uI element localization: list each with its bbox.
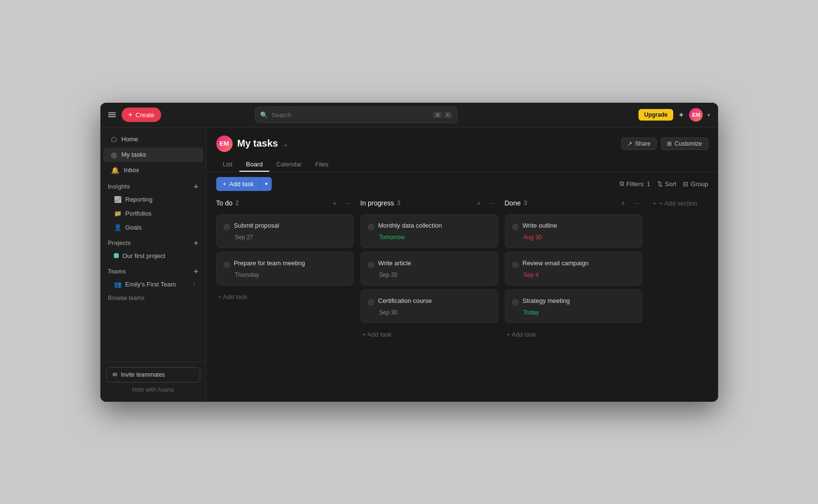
task-card-write-outline[interactable]: ◎ Write outline Aug 30 (505, 214, 642, 248)
group-label: Group (691, 180, 708, 188)
goals-label: Goals (125, 224, 142, 231)
reporting-icon: 📈 (114, 196, 122, 203)
topbar: + Create 🔍 ⌘ K Upgrade ✦ EM ▾ (100, 103, 718, 128)
sidebar-footer: ✉ Invite teammates Help with Asana (100, 362, 206, 398)
insights-section-header: Insights + (100, 178, 206, 192)
sort-action[interactable]: ⇅ Sort (657, 180, 677, 188)
page-title-chevron-icon[interactable]: ⌄ (283, 140, 289, 148)
projects-add-icon[interactable]: + (194, 239, 198, 247)
invite-label: Invite teammates (121, 371, 165, 378)
task-header-meeting: ◎ Prepare for team meeting (223, 259, 347, 269)
done-add-task-row[interactable]: + Add task (505, 327, 642, 342)
content-tabs: List Board Calendar Files (216, 158, 708, 172)
task-check-icon: ◎ (512, 297, 519, 306)
task-card-data-collection[interactable]: ◎ Monthly data collection Tomorrow (360, 214, 498, 248)
search-bar[interactable]: 🔍 ⌘ K (255, 107, 458, 123)
inprogress-count: 3 (397, 199, 401, 206)
customize-button[interactable]: ⊞ Customize (661, 137, 708, 150)
add-task-chevron-button[interactable]: ▾ (261, 177, 272, 191)
filters-action[interactable]: ⧉ Filters: 1 (620, 180, 651, 188)
task-header-article: ◎ Write article (368, 259, 491, 269)
todo-header-actions: + ··· (330, 198, 354, 208)
add-section-label: + Add section (659, 200, 697, 207)
inprogress-more-btn[interactable]: ··· (487, 198, 498, 208)
task-card-team-meeting[interactable]: ◎ Prepare for team meeting Thursday (216, 252, 354, 286)
add-task-group: + Add task ▾ (216, 177, 272, 191)
page-avatar: EM (216, 136, 233, 152)
sidebar-item-emilys-team[interactable]: 👥 Emily's First Team › (103, 278, 203, 291)
bell-icon: 🔔 (111, 166, 119, 174)
search-input[interactable] (272, 111, 429, 119)
sidebar-item-goals[interactable]: 👤 Goals (103, 221, 203, 234)
upgrade-button[interactable]: Upgrade (638, 109, 674, 121)
sidebar-item-reporting[interactable]: 📈 Reporting (103, 193, 203, 206)
search-icon: 🔍 (260, 111, 268, 119)
task-card-write-article[interactable]: ◎ Write article Sep 20 (360, 252, 498, 286)
chevron-down-icon[interactable]: ▾ (707, 112, 710, 118)
sidebar-item-our-first-project[interactable]: Our first project (103, 249, 203, 262)
task-date-strategy: Today (512, 309, 635, 316)
sort-icon: ⇅ (657, 180, 663, 188)
teams-section-header: Teams + (100, 263, 206, 277)
done-header-actions: + ··· (618, 198, 642, 208)
inprogress-add-btn[interactable]: + (474, 198, 485, 208)
todo-add-btn[interactable]: + (330, 198, 340, 208)
add-task-button[interactable]: + Add task (216, 177, 261, 191)
task-check-icon: ◎ (368, 222, 374, 231)
share-button[interactable]: ↗ Share (621, 137, 657, 150)
teams-add-icon[interactable]: + (194, 268, 198, 275)
done-count: 3 (524, 199, 527, 206)
task-card-certification[interactable]: ◎ Certification course Sep 30 (360, 289, 498, 323)
content-title-row: EM My tasks ⌄ ↗ Share ⊞ Customize (216, 136, 708, 152)
task-date-submit: Sep 27 (223, 234, 347, 241)
tab-list[interactable]: List (216, 158, 239, 172)
browse-teams[interactable]: Browse teams (100, 291, 206, 304)
task-check-icon: ◎ (368, 259, 374, 269)
column-in-progress: In progress 3 + ··· ◎ Monthly data colle… (360, 196, 498, 392)
insights-add-icon[interactable]: + (194, 183, 198, 191)
group-action[interactable]: ⊟ Group (683, 180, 708, 188)
sidebar-item-home[interactable]: ⬡ Home (103, 132, 203, 147)
inprogress-header-actions: + ··· (474, 198, 498, 208)
task-date-email: Sep 4 (512, 272, 635, 278)
inprogress-add-task-row[interactable]: + Add task (360, 327, 498, 342)
task-card-strategy-meeting[interactable]: ◎ Strategy meeting Today (505, 289, 642, 323)
sidebar: ⬡ Home ◎ My tasks 🔔 Inbox Insights + 📈 R… (100, 128, 207, 402)
task-check-icon: ◎ (368, 297, 374, 306)
inprogress-add-task-label: + Add task (362, 331, 392, 338)
reporting-label: Reporting (125, 196, 153, 203)
task-card-email-campaign[interactable]: ◎ Review email campaign Sep 4 (505, 252, 642, 286)
add-section-button[interactable]: + + Add section (649, 198, 701, 209)
tab-files[interactable]: Files (308, 158, 335, 172)
task-card-submit-proposal[interactable]: ◎ Submit proposal Sep 27 (216, 214, 354, 248)
task-name-submit: Submit proposal (234, 221, 279, 230)
content-header: EM My tasks ⌄ ↗ Share ⊞ Customize (207, 128, 718, 172)
task-date-cert: Sep 30 (368, 309, 491, 316)
todo-add-task-row[interactable]: + Add task (216, 289, 354, 304)
task-name-outline: Write outline (523, 221, 557, 230)
sidebar-inbox-label: Inbox (124, 166, 139, 174)
todo-count: 2 (236, 199, 239, 206)
todo-more-btn[interactable]: ··· (343, 198, 354, 208)
done-add-btn[interactable]: + (618, 198, 629, 208)
sidebar-item-inbox[interactable]: 🔔 Inbox (103, 163, 203, 177)
content-title-left: EM My tasks ⌄ (216, 136, 289, 152)
help-link[interactable]: Help with Asana (106, 386, 200, 393)
tab-calendar[interactable]: Calendar (269, 158, 308, 172)
done-more-btn[interactable]: ··· (632, 198, 642, 208)
menu-icon[interactable] (108, 112, 116, 117)
user-avatar[interactable]: EM (689, 108, 703, 122)
share-icon: ↗ (627, 140, 632, 147)
sidebar-item-my-tasks[interactable]: ◎ My tasks (103, 148, 203, 162)
task-check-icon: ◎ (512, 222, 519, 231)
invite-teammates-button[interactable]: ✉ Invite teammates (106, 367, 200, 382)
task-name-article: Write article (378, 259, 411, 268)
insights-header-label: Insights (108, 183, 130, 190)
create-label: Create (136, 111, 154, 119)
sidebar-item-portfolios[interactable]: 📁 Portfolios (103, 207, 203, 220)
sparkle-icon[interactable]: ✦ (678, 110, 684, 120)
create-button[interactable]: + Create (122, 108, 161, 122)
column-inprogress-header: In progress 3 + ··· (360, 196, 498, 210)
tab-board[interactable]: Board (239, 158, 270, 172)
content-toolbar: + Add task ▾ ⧉ Filters: 1 ⇅ Sort ⊟ (207, 172, 718, 196)
